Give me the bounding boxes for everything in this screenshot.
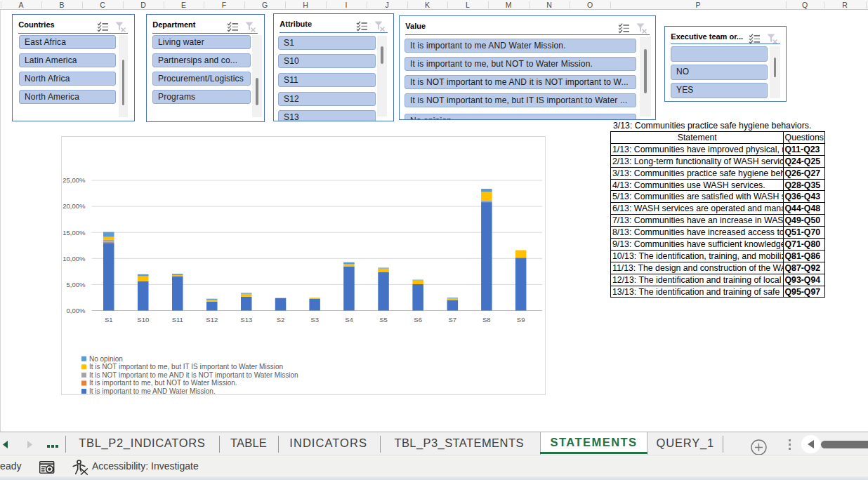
svg-text:S2: S2	[277, 316, 285, 324]
svg-text:No opinion: No opinion	[89, 355, 123, 363]
svg-text:S9: S9	[517, 316, 525, 324]
svg-text:S6: S6	[414, 316, 422, 324]
svg-text:S8: S8	[482, 316, 491, 324]
svg-text:S12: S12	[206, 316, 218, 324]
svg-text:S5: S5	[379, 316, 388, 324]
svg-text:S13: S13	[240, 316, 252, 324]
svg-text:It is NOT important to me AND: It is NOT important to me AND it is NOT …	[89, 371, 298, 379]
svg-text:25,00%: 25,00%	[63, 176, 86, 184]
svg-text:S3: S3	[310, 316, 319, 324]
svg-text:S7: S7	[449, 316, 457, 324]
svg-text:It is NOT important to me, but: It is NOT important to me, but IT IS imp…	[89, 363, 283, 371]
svg-text:S4: S4	[345, 316, 353, 324]
svg-text:It is important to me AND Wate: It is important to me AND Water Mission.	[89, 387, 216, 395]
svg-text:15,00%: 15,00%	[63, 229, 86, 236]
svg-text:5,00%: 5,00%	[67, 281, 86, 288]
svg-text:It is important to me, but NOT: It is important to me, but NOT to Water …	[89, 379, 237, 387]
svg-text:0,00%: 0,00%	[67, 307, 86, 314]
svg-text:S10: S10	[137, 316, 149, 324]
svg-text:20,00%: 20,00%	[63, 202, 86, 210]
svg-text:10,00%: 10,00%	[63, 255, 86, 262]
svg-text:S11: S11	[172, 316, 183, 324]
svg-text:S1: S1	[105, 316, 113, 324]
